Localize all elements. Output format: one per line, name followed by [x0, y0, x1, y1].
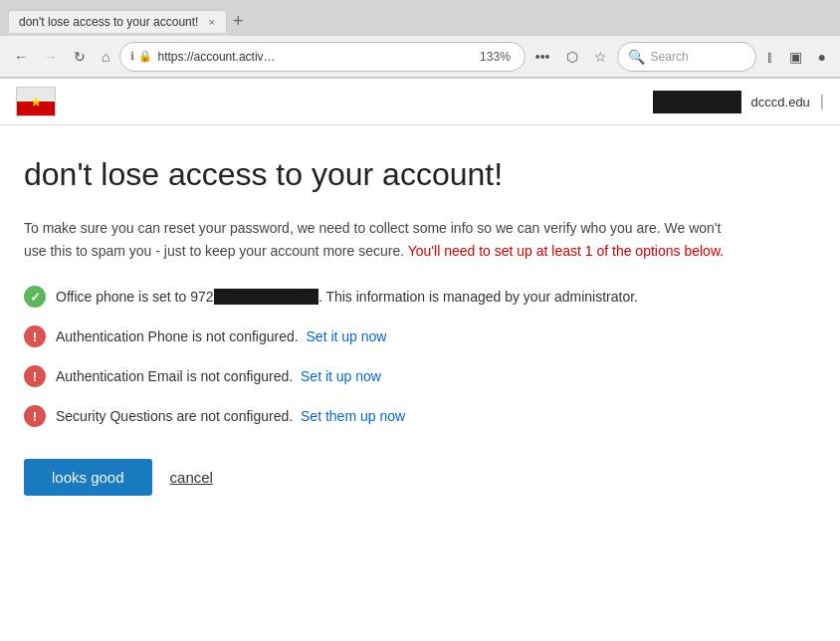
status-item-office-phone: ✓ Office phone is set to 972XXXXXXX. Thi… — [24, 286, 812, 308]
browser-chrome: don't lose access to your account! × + ←… — [0, 0, 840, 79]
site-logo: ★ — [16, 87, 56, 116]
warning-icon-email: ! — [24, 365, 46, 387]
auth-email-text: Authentication Email is not configured. … — [56, 368, 381, 384]
tab-close-button[interactable]: × — [208, 16, 214, 28]
intro-paragraph: To make sure you can reset your password… — [24, 217, 810, 262]
more-button[interactable]: ••• — [529, 45, 556, 69]
security-questions-setup-link[interactable]: Set them up now — [301, 408, 405, 424]
intro-text-line1: To make sure you can reset your password… — [24, 220, 721, 236]
nav-bar: ← → ↻ ⌂ ℹ 🔒 https://account.activ… 133% … — [0, 36, 840, 78]
auth-email-setup-link[interactable]: Set it up now — [301, 368, 381, 384]
back-button[interactable]: ← — [8, 45, 34, 69]
menu-button[interactable]: ● — [812, 45, 832, 69]
search-placeholder: Search — [651, 50, 689, 64]
auth-phone-setup-link[interactable]: Set it up now — [307, 328, 387, 344]
auth-phone-text: Authentication Phone is not configured. … — [56, 328, 386, 344]
warning-icon-questions: ! — [24, 405, 46, 427]
forward-button[interactable]: → — [38, 45, 64, 69]
page-title: don't lose access to your account! — [24, 155, 812, 193]
header-right: dcccd.edu | — [653, 91, 824, 113]
url-text: https://account.activ… — [158, 50, 471, 64]
refresh-button[interactable]: ↻ — [68, 45, 92, 69]
warning-icon-phone: ! — [24, 325, 46, 347]
intro-text-line2: use this to spam you - just to keep your… — [24, 243, 404, 259]
status-item-security-questions: ! Security Questions are not configured.… — [24, 405, 812, 427]
office-phone-text: Office phone is set to 972XXXXXXX. This … — [56, 289, 638, 305]
active-tab[interactable]: don't lose access to your account! × — [8, 10, 227, 33]
bookmark-button[interactable]: ☆ — [588, 45, 613, 69]
site-domain: dcccd.edu — [751, 95, 810, 109]
ok-icon: ✓ — [24, 286, 46, 308]
status-list: ✓ Office phone is set to 972XXXXXXX. Thi… — [24, 286, 812, 427]
library-button[interactable]: ⫿ — [760, 45, 779, 69]
logo-flag-icon: ★ — [16, 87, 56, 116]
zoom-level: 133% — [480, 50, 511, 64]
action-bar: looks good cancel — [24, 459, 812, 496]
cancel-button[interactable]: cancel — [166, 459, 217, 496]
phone-redacted: XXXXXXX — [214, 289, 318, 305]
sync-button[interactable]: ▣ — [783, 45, 808, 69]
home-button[interactable]: ⌂ — [96, 45, 115, 69]
status-item-auth-email: ! Authentication Email is not configured… — [24, 365, 812, 387]
site-header: ★ dcccd.edu | — [0, 79, 840, 125]
tab-title: don't lose access to your account! — [19, 15, 198, 29]
status-item-auth-phone: ! Authentication Phone is not configured… — [24, 325, 812, 347]
address-bar[interactable]: ℹ 🔒 https://account.activ… 133% — [119, 42, 525, 72]
intro-link[interactable]: You'll need to set up at least 1 of the … — [408, 243, 724, 259]
security-icons: ℹ 🔒 — [130, 50, 151, 63]
pocket-button[interactable]: ⬡ — [560, 45, 584, 69]
search-icon: 🔍 — [628, 49, 645, 65]
looks-good-button[interactable]: looks good — [24, 459, 152, 496]
user-name-redacted — [653, 91, 741, 113]
new-tab-button[interactable]: + — [227, 12, 250, 30]
security-questions-text: Security Questions are not configured. S… — [56, 408, 405, 424]
separator: | — [820, 93, 824, 110]
search-bar[interactable]: 🔍 Search — [617, 42, 756, 72]
page-content: ★ dcccd.edu | don't lose access to your … — [0, 79, 840, 641]
tab-bar: don't lose access to your account! × + — [0, 0, 840, 36]
main-content: don't lose access to your account! To ma… — [0, 125, 836, 520]
